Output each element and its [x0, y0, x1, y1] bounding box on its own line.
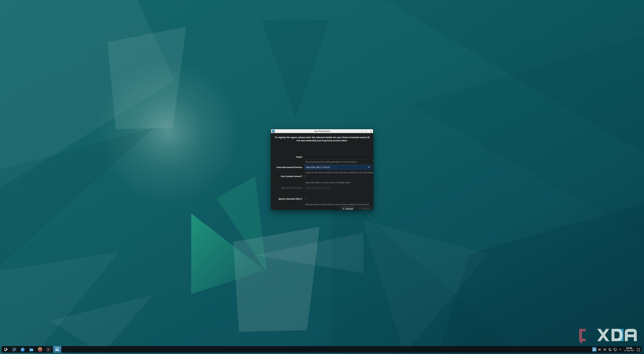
network-tray-item[interactable]: [613, 347, 617, 351]
window-title: App Registration: [271, 130, 373, 132]
app-launcher-icon: [3, 347, 8, 352]
manual-server-entry-label: Manual Server Entry: [271, 187, 302, 189]
wired-network-icon: [613, 348, 617, 351]
file-manager-task[interactable]: [28, 346, 35, 353]
firefox-icon: [38, 347, 42, 352]
chevron-up-icon: [619, 348, 622, 351]
auto-discovered-servers-combobox[interactable]: http://192.168.1.70:8123: [304, 165, 372, 170]
token-label: Token: [271, 156, 302, 158]
submit-button-label: Submit: [362, 208, 370, 210]
night-light-icon: [608, 348, 612, 351]
maximize-button[interactable]: [365, 130, 368, 132]
volume-muted-icon: [598, 348, 601, 351]
window-titlebar[interactable]: App Registration: [271, 129, 373, 133]
servers-help-text: These are the Home Assistant servers tha…: [305, 171, 373, 174]
expand-tray-button[interactable]: [618, 347, 622, 351]
dialog-body: To register the agent, please enter the …: [271, 133, 373, 210]
home-assistant-agent-window-icon: [272, 130, 275, 132]
volume-tray-item[interactable]: [598, 347, 601, 351]
show-desktop-button[interactable]: [636, 348, 640, 351]
ignore-returned-urls-label: Ignore returned URLs?: [271, 198, 302, 200]
use-custom-server-checkbox[interactable]: [304, 175, 307, 178]
brightness-sun-icon: [603, 348, 606, 351]
brightness-tray-item[interactable]: [603, 347, 606, 351]
token-input[interactable]: [304, 154, 372, 159]
cancel-x-icon: ✕: [343, 208, 344, 210]
home-assistant-tray-icon: [592, 347, 596, 351]
token-help-text: The long-lived access token generated in…: [305, 161, 373, 163]
close-button[interactable]: [370, 130, 372, 132]
file-manager-folder-icon: [29, 347, 34, 352]
combobox-caret-icon: [368, 167, 370, 168]
cancel-button[interactable]: ✕ Cancel: [341, 206, 354, 210]
clock-date: 16 Sep 2025: [622, 350, 637, 352]
cancel-button-label: Cancel: [346, 208, 353, 210]
manual-server-entry-input[interactable]: [304, 185, 372, 190]
terminal-task[interactable]: [45, 346, 53, 353]
clock-time: 10:50: [622, 347, 637, 350]
ignore-returned-urls-help-text: Override Home Assistant and use server c…: [305, 203, 373, 206]
discover-store-icon: [20, 347, 25, 352]
use-custom-server-label: Use Custom Server?: [271, 175, 302, 178]
application-launcher-button[interactable]: [2, 346, 10, 353]
auto-discovered-servers-label: Auto-discovered Servers: [271, 166, 302, 168]
ignore-returned-urls-checkbox[interactable]: [304, 198, 307, 200]
app-registration-window: App Registration To register the agent, …: [271, 129, 373, 210]
home-assistant-agent-task[interactable]: [53, 346, 62, 353]
system-settings-task[interactable]: [10, 346, 18, 353]
home-assistant-agent-icon: [55, 347, 60, 352]
submit-button[interactable]: ✓ Submit: [357, 206, 372, 210]
terminal-icon: [46, 347, 51, 352]
xda-watermark-logo: [577, 327, 638, 345]
dialog-intro-text: To register the agent, please enter the …: [274, 136, 370, 142]
use-custom-server-help-text: Select this option to enter a server man…: [305, 182, 373, 184]
home-assistant-tray-item[interactable]: [592, 347, 596, 352]
xda-left-bracket: [579, 329, 586, 344]
show-desktop-icon: [637, 348, 640, 351]
night-light-tray-item[interactable]: [608, 347, 612, 351]
submit-check-icon: ✓: [359, 208, 361, 210]
system-settings-icon: [12, 347, 17, 352]
selected-server-value: http://192.168.1.70:8123: [306, 166, 368, 168]
digital-clock[interactable]: 10:50 16 Sep 2025: [622, 347, 637, 352]
discover-store-task[interactable]: [19, 346, 26, 353]
minimize-button[interactable]: [361, 130, 363, 132]
taskbar-panel: 10:50 16 Sep 2025: [1, 346, 642, 353]
firefox-task[interactable]: [36, 346, 44, 353]
